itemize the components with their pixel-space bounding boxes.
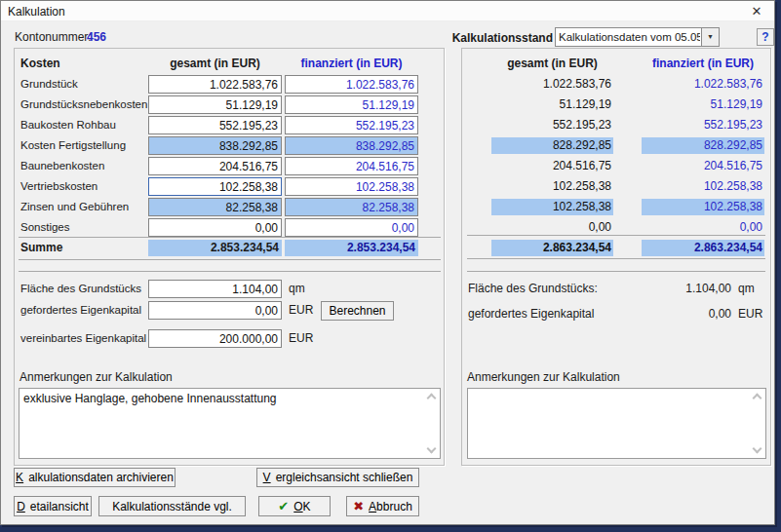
anmerkungen-field xyxy=(467,388,766,459)
cost-row-vertriebskosten: Vertriebskosten xyxy=(15,177,444,196)
comparison-finanziert: 552.195,23 xyxy=(642,117,764,133)
archivieren-button[interactable]: Kalkulationsdaten archivieren xyxy=(14,468,176,487)
divider xyxy=(467,271,765,272)
flaeche-label: Fläche des Grundstücks: xyxy=(468,280,598,298)
column-header-finanziert: finanziert (in EUR) xyxy=(642,57,764,70)
cost-row-label: Baukosten Rohbau xyxy=(20,116,116,134)
column-header-finanziert: finanziert (in EUR) xyxy=(285,57,418,70)
cost-input-gesamt[interactable] xyxy=(148,75,282,94)
cost-input-finanziert[interactable] xyxy=(285,95,418,114)
comparison-finanziert: 0,00 xyxy=(642,219,764,236)
anmerkungen-field: exklusive Hanglage, gehobene Innenaussta… xyxy=(19,388,441,459)
flaeche-value: 1.104,00 xyxy=(608,280,731,298)
cross-icon: ✖ xyxy=(353,499,364,513)
divider xyxy=(467,258,765,259)
vergleichsansicht-schliessen-button[interactable]: Vergleichsansicht schließen xyxy=(256,468,419,487)
cost-input-gesamt[interactable] xyxy=(148,116,282,134)
column-header-kosten: Kosten xyxy=(20,57,60,70)
anmerkungen-label: Anmerkungen zur Kalkulation xyxy=(20,370,173,384)
close-icon[interactable]: ✕ xyxy=(748,3,765,19)
summe-label: Summe xyxy=(20,240,62,256)
column-header-gesamt: gesamt (in EUR) xyxy=(491,57,613,70)
title-bar: Kalkulation ✕ xyxy=(1,1,774,21)
divider xyxy=(19,271,441,272)
divider xyxy=(19,237,441,238)
comparison-row-highlighted: 828.292,85 828.292,85 xyxy=(462,136,770,155)
cost-row-baukosten-rohbau: Baukosten Rohbau xyxy=(15,116,444,134)
anmerkungen-textarea[interactable] xyxy=(467,388,766,459)
cost-input-finanziert[interactable] xyxy=(285,136,418,155)
comparison-gesamt: 51.129,19 xyxy=(491,96,613,113)
ok-button[interactable]: ✔ OK xyxy=(258,496,331,516)
cost-input-gesamt[interactable] xyxy=(148,198,282,216)
help-button[interactable]: ? xyxy=(757,28,774,46)
abbruch-button[interactable]: ✖ Abbruch xyxy=(346,496,419,516)
cost-input-finanziert[interactable] xyxy=(285,157,418,175)
comparison-gesamt: 552.195,23 xyxy=(491,117,613,133)
vereinbart-label: vereinbartes Eigenkapital xyxy=(20,329,146,348)
gefordert-value: 0,00 xyxy=(608,305,731,323)
ok-label: OK xyxy=(293,500,310,513)
comparison-row-highlighted: 102.258,38 102.258,38 xyxy=(462,198,770,216)
anmerkungen-textarea[interactable]: exklusive Hanglage, gehobene Innenaussta… xyxy=(19,388,441,459)
summe-finanziert: 2.853.234,54 xyxy=(285,240,418,256)
comparison-panel: gesamt (in EUR) finanziert (in EUR) 1.02… xyxy=(461,48,771,466)
cost-input-gesamt[interactable] xyxy=(148,218,282,237)
cost-input-finanziert[interactable] xyxy=(285,177,418,196)
comparison-gesamt: 0,00 xyxy=(491,219,613,236)
cost-row-label: Zinsen und Gebühren xyxy=(20,198,129,216)
flaeche-input[interactable] xyxy=(148,280,282,298)
comparison-summe-row: 2.863.234,54 2.863.234,54 xyxy=(462,239,770,257)
cost-row-kosten-fertigstellung: Kosten Fertigstellung xyxy=(15,136,444,155)
cost-row-label: Baunebenkosten xyxy=(20,157,104,175)
cost-row-sonstiges: Sonstiges xyxy=(15,218,444,237)
costs-panel: Kosten gesamt (in EUR) finanziert (in EU… xyxy=(14,48,445,466)
comparison-row: 102.258,38 102.258,38 xyxy=(462,177,770,196)
cost-input-finanziert[interactable] xyxy=(285,198,418,216)
comparison-summe-gesamt: 2.863.234,54 xyxy=(491,240,613,256)
detailansicht-button[interactable]: Detailansicht xyxy=(14,496,92,516)
chevron-down-icon[interactable]: ▼ xyxy=(701,28,719,46)
comparison-summe-finanziert: 2.863.234,54 xyxy=(642,240,764,256)
summe-gesamt: 2.853.234,54 xyxy=(148,240,282,256)
comparison-row: 1.022.583,76 1.022.583,76 xyxy=(462,75,770,94)
cost-row-label: Vertriebskosten xyxy=(20,177,98,196)
cost-row-label: Grundstück xyxy=(20,75,78,94)
berechnen-button[interactable]: Berechnen xyxy=(321,301,394,321)
cost-row-label: Kosten Fertigstellung xyxy=(20,136,126,155)
comparison-gesamt: 102.258,38 xyxy=(491,178,613,195)
comparison-finanziert: 204.516,75 xyxy=(642,158,764,174)
cost-input-finanziert[interactable] xyxy=(285,75,418,94)
comparison-gesamt: 1.022.583,76 xyxy=(491,76,613,93)
cost-input-gesamt[interactable] xyxy=(148,136,282,155)
check-icon: ✔ xyxy=(278,499,289,513)
kalkulationsstand-value: Kalkulationsdaten vom 05.05.2021 xyxy=(559,28,700,46)
comparison-gesamt: 102.258,38 xyxy=(491,199,613,215)
gefordert-unit: EUR xyxy=(738,305,762,323)
cost-input-gesamt[interactable] xyxy=(148,95,282,114)
kalkulationsstand-dropdown[interactable]: Kalkulationsdaten vom 05.05.2021 ▼ xyxy=(555,27,720,47)
kontonummer-label: Kontonummer: xyxy=(15,30,92,44)
kalkulation-dialog: Kalkulation ✕ Kontonummer: 456 Kalkulati… xyxy=(0,0,775,525)
comparison-row: 552.195,23 552.195,23 xyxy=(462,116,770,134)
cost-row-label: Sonstiges xyxy=(20,218,70,237)
comparison-finanziert: 828.292,85 xyxy=(642,137,764,154)
kontonummer-value: 456 xyxy=(87,30,106,44)
cost-input-gesamt[interactable] xyxy=(148,157,282,175)
abbruch-label: Abbruch xyxy=(369,500,412,513)
cost-row-grundstuecksnebenkosten: Grundstücksnebenkosten xyxy=(15,95,444,114)
comparison-finanziert: 102.258,38 xyxy=(642,199,764,215)
gefordert-input[interactable] xyxy=(148,301,282,320)
comparison-gesamt: 204.516,75 xyxy=(491,158,613,174)
cost-row-label: Grundstücksnebenkosten xyxy=(20,95,147,114)
comparison-gesamt: 828.292,85 xyxy=(491,137,613,154)
flaeche-unit: qm xyxy=(738,280,755,298)
column-header-gesamt: gesamt (in EUR) xyxy=(148,57,282,70)
cost-input-gesamt-focused[interactable] xyxy=(148,177,282,196)
kalkulationsstaende-vgl-button[interactable]: Kalkulationsstände vgl. xyxy=(98,496,246,516)
cost-input-finanziert[interactable] xyxy=(285,116,418,134)
flaeche-label: Fläche des Grundstücks xyxy=(20,280,141,298)
cost-input-finanziert[interactable] xyxy=(285,218,418,237)
comparison-row: 204.516,75 204.516,75 xyxy=(462,157,770,175)
vereinbart-input[interactable] xyxy=(148,329,282,348)
